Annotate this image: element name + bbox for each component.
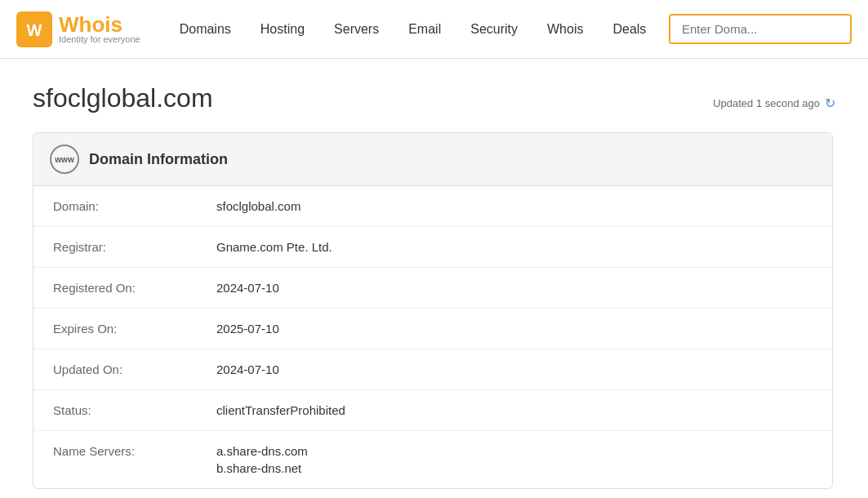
- updated-text: Updated 1 second ago: [713, 97, 820, 109]
- nav-whois[interactable]: Whois: [532, 0, 598, 59]
- field-value-registered-on: 2024-07-10: [197, 268, 832, 309]
- field-label-registered-on: Registered On:: [33, 268, 197, 309]
- nav-hosting[interactable]: Hosting: [246, 0, 319, 59]
- search-box: [669, 14, 852, 44]
- field-label-registrar: Registrar:: [33, 227, 197, 268]
- domain-info-card: www Domain Information Domain: sfoclglob…: [33, 132, 833, 489]
- main-nav: Domains Hosting Servers Email Security W…: [165, 0, 669, 59]
- field-value-name-servers: a.share-dns.com b.share-dns.net: [197, 431, 832, 489]
- card-header: www Domain Information: [33, 133, 832, 186]
- logo[interactable]: W Whois Identity for everyone: [16, 11, 140, 47]
- nav-servers[interactable]: Servers: [319, 0, 394, 59]
- nav-security[interactable]: Security: [456, 0, 532, 59]
- name-server-2: b.share-dns.net: [216, 461, 812, 475]
- table-row: Status: clientTransferProhibited: [33, 390, 832, 431]
- info-table: Domain: sfoclglobal.com Registrar: Gname…: [33, 186, 832, 488]
- field-value-domain: sfoclglobal.com: [197, 186, 832, 227]
- field-value-registrar: Gname.com Pte. Ltd.: [197, 227, 832, 268]
- www-icon: www: [50, 145, 79, 174]
- domain-title: sfoclglobal.com: [33, 83, 213, 113]
- name-server-1: a.share-dns.com: [216, 444, 812, 458]
- field-label-name-servers: Name Servers:: [33, 431, 197, 489]
- field-label-updated-on: Updated On:: [33, 349, 197, 390]
- table-row: Expires On: 2025-07-10: [33, 309, 832, 349]
- nav-deals[interactable]: Deals: [598, 0, 661, 59]
- nav-domains[interactable]: Domains: [165, 0, 246, 59]
- refresh-icon[interactable]: ↻: [825, 96, 835, 111]
- search-input[interactable]: [670, 16, 850, 42]
- nav-email[interactable]: Email: [394, 0, 456, 59]
- table-row: Domain: sfoclglobal.com: [33, 186, 832, 227]
- table-row: Updated On: 2024-07-10: [33, 349, 832, 390]
- svg-text:W: W: [27, 21, 42, 39]
- field-value-status: clientTransferProhibited: [197, 390, 832, 431]
- card-header-title: Domain Information: [89, 151, 228, 168]
- table-row: Registrar: Gname.com Pte. Ltd.: [33, 227, 832, 268]
- field-value-updated-on: 2024-07-10: [197, 349, 832, 390]
- logo-name: Whois: [59, 14, 140, 35]
- field-label-domain: Domain:: [33, 186, 197, 227]
- logo-tagline: Identity for everyone: [59, 35, 140, 44]
- logo-icon: W: [16, 11, 52, 47]
- field-label-expires-on: Expires On:: [33, 309, 197, 349]
- field-label-status: Status:: [33, 390, 197, 431]
- table-row: Name Servers: a.share-dns.com b.share-dn…: [33, 431, 832, 489]
- field-value-expires-on: 2025-07-10: [197, 309, 832, 349]
- table-row: Registered On: 2024-07-10: [33, 268, 832, 309]
